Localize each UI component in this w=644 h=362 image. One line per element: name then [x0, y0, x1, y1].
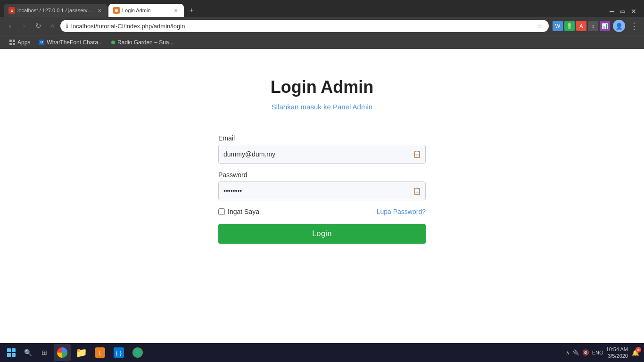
browser-window: 🔥 localhost / 127.0.0.1 / jasaservice ✕ … — [0, 0, 644, 49]
email-input[interactable] — [218, 145, 426, 164]
extension-icons: W 🔋 A ↕ 📊 — [553, 21, 610, 31]
bookmark-star-icon[interactable]: ☆ — [537, 22, 543, 30]
radiogarden-label: Radio Garden – Sua... — [117, 39, 173, 46]
login-button[interactable]: Login — [218, 224, 426, 244]
address-text: localhost/tutorial-CI/index.php/admin/lo… — [71, 23, 534, 30]
tab2-title: Login Admin — [122, 8, 170, 13]
tab1-close[interactable]: ✕ — [96, 7, 103, 14]
tab1-favicon: 🔥 — [8, 7, 15, 14]
browser-menu-button[interactable]: ⋮ — [628, 21, 640, 31]
tab-jasaservice[interactable]: 🔥 localhost / 127.0.0.1 / jasaservice ✕ — [4, 4, 107, 17]
tab2-favicon: 📋 — [113, 7, 120, 14]
forgot-password-link[interactable]: Lupa Password? — [377, 208, 426, 215]
form-footer: Ingat Saya Lupa Password? — [218, 208, 426, 215]
tab2-close[interactable]: ✕ — [172, 7, 179, 14]
tab1-title: localhost / 127.0.0.1 / jasaservice — [17, 8, 93, 13]
whatthefont-favicon: M — [39, 40, 44, 45]
whatthefont-label: WhatTheFont Chara... — [47, 39, 103, 46]
email-form-group: Email 📋 — [218, 134, 426, 164]
remember-me-group: Ingat Saya — [218, 208, 259, 215]
password-input-wrapper: 📋 — [218, 181, 426, 200]
bookmark-whatthefont[interactable]: M WhatTheFont Chara... — [35, 38, 107, 47]
address-bar[interactable]: ℹ localhost/tutorial-CI/index.php/admin/… — [60, 20, 549, 32]
new-tab-button[interactable]: + — [185, 4, 198, 17]
close-button[interactable]: ✕ — [631, 8, 636, 15]
ext5-icon[interactable]: 📊 — [600, 21, 610, 31]
apps-grid-icon — [9, 40, 15, 45]
minimize-button[interactable]: ─ — [610, 8, 614, 15]
password-form-group: Password 📋 — [218, 171, 426, 200]
password-input[interactable] — [218, 181, 426, 200]
address-bar-row: ‹ › ↻ ⌂ ℹ localhost/tutorial-CI/index.ph… — [0, 17, 644, 35]
ext2-icon[interactable]: 🔋 — [564, 21, 575, 31]
tab-login-admin[interactable]: 📋 Login Admin ✕ — [108, 4, 184, 17]
bookmark-apps[interactable]: Apps — [6, 38, 34, 47]
password-field-icon: 📋 — [413, 187, 421, 195]
back-button[interactable]: ‹ — [4, 20, 16, 32]
maximize-button[interactable]: ▭ — [620, 8, 625, 15]
page-subtitle: Silahkan masuk ke Panel Admin — [272, 103, 372, 111]
login-form: Email 📋 Password 📋 Ingat Saya Lupa Passw… — [218, 134, 426, 244]
page-title: Login Admin — [271, 77, 374, 97]
email-field-icon: 📋 — [413, 150, 421, 158]
home-button[interactable]: ⌂ — [46, 20, 58, 32]
bookmark-radiogarden[interactable]: Radio Garden – Sua... — [107, 38, 177, 47]
tabs-row: 🔥 localhost / 127.0.0.1 / jasaservice ✕ … — [0, 0, 644, 17]
profile-button[interactable]: 👤 — [613, 20, 625, 32]
password-label: Password — [218, 171, 426, 179]
remember-checkbox[interactable] — [218, 208, 225, 215]
email-label: Email — [218, 134, 426, 142]
ext3-icon[interactable]: A — [576, 21, 586, 31]
ext4-icon[interactable]: ↕ — [588, 21, 598, 31]
email-input-wrapper: 📋 — [218, 145, 426, 164]
ext1-icon[interactable]: W — [553, 21, 563, 31]
remember-label: Ingat Saya — [228, 208, 259, 215]
refresh-button[interactable]: ↻ — [32, 20, 44, 32]
page-content: Login Admin Silahkan masuk ke Panel Admi… — [0, 49, 644, 340]
window-controls: ─ ▭ ✕ — [610, 8, 640, 17]
lock-icon: ℹ — [66, 23, 68, 29]
apps-label: Apps — [17, 39, 30, 46]
radiogarden-dot — [111, 41, 115, 44]
bookmarks-bar: Apps M WhatTheFont Chara... Radio Garden… — [0, 35, 644, 49]
forward-button[interactable]: › — [18, 20, 30, 32]
